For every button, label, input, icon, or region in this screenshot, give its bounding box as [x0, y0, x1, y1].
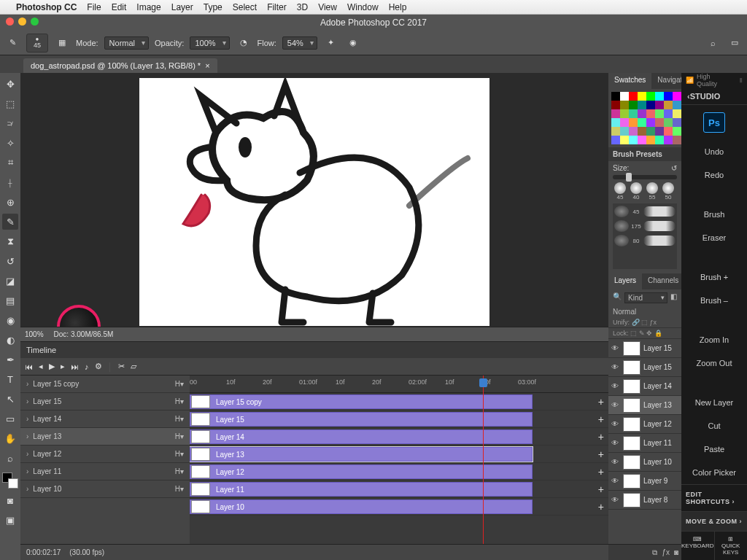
- workspace-icon[interactable]: ▭: [727, 35, 743, 51]
- swatch[interactable]: [655, 92, 664, 101]
- quickmask-icon[interactable]: ◙: [2, 492, 18, 508]
- timeline-track-header[interactable]: ›Layer 11H▾: [20, 463, 190, 481]
- swatch[interactable]: [646, 109, 655, 118]
- marquee-tool-icon[interactable]: ⬚: [2, 96, 18, 112]
- link-layers-icon[interactable]: ⧉: [652, 548, 657, 557]
- edit-shortcuts-button[interactable]: EDIT SHORTCUTS ›: [681, 484, 747, 511]
- astropad-brush-plus[interactable]: Brush +: [681, 265, 747, 289]
- timeline-track[interactable]: Layer 10+: [190, 498, 608, 516]
- keyboard-button[interactable]: ⌨KEYBOARD: [681, 532, 715, 560]
- brush-preset[interactable]: 55: [645, 182, 659, 201]
- swatch[interactable]: [611, 109, 620, 118]
- swatch[interactable]: [620, 109, 629, 118]
- visibility-icon[interactable]: 👁: [611, 477, 620, 485]
- swatch[interactable]: [611, 118, 620, 127]
- swatch[interactable]: [673, 118, 681, 127]
- screenmode-icon[interactable]: ▣: [2, 512, 18, 528]
- split-icon[interactable]: ✂: [118, 362, 125, 371]
- swatch[interactable]: [673, 136, 681, 144]
- swatch[interactable]: [611, 127, 620, 136]
- settings-icon[interactable]: ⚙: [95, 362, 102, 371]
- timeline-clip[interactable]: Layer 14: [190, 429, 533, 444]
- canvas[interactable]: [139, 78, 489, 326]
- tab-channels[interactable]: Channels: [642, 273, 681, 289]
- layer-row[interactable]: 👁Layer 10: [608, 453, 681, 472]
- timeline-ruler[interactable]: 0010f20f01:00f10f20f02:00f10f20f03:00f: [190, 376, 608, 393]
- timeline-track-header[interactable]: ›Layer 14H▾: [20, 411, 190, 428]
- swatch[interactable]: [620, 136, 629, 144]
- timeline-track-header[interactable]: ›Layer 10H▾: [20, 481, 190, 498]
- eraser-tool-icon[interactable]: ◪: [2, 273, 18, 289]
- layer-row[interactable]: 👁Layer 15: [608, 339, 681, 358]
- swatch[interactable]: [646, 92, 655, 101]
- playhead[interactable]: [483, 376, 484, 544]
- studio-back-button[interactable]: ‹ STUDIO: [681, 88, 747, 105]
- add-keyframe-icon[interactable]: +: [598, 396, 604, 408]
- menu-3d[interactable]: 3D: [297, 2, 308, 12]
- layer-thumbnail[interactable]: [623, 360, 640, 375]
- layer-row[interactable]: 👁Layer 14: [608, 377, 681, 396]
- brush-preset[interactable]: 50: [661, 182, 676, 201]
- menu-layer[interactable]: Layer: [171, 2, 193, 12]
- pressure-size-icon[interactable]: ◉: [345, 35, 361, 51]
- shape-tool-icon[interactable]: ▭: [2, 411, 18, 427]
- astropad-brush[interactable]: Brush: [681, 203, 747, 226]
- menu-type[interactable]: Type: [204, 2, 222, 12]
- path-tool-icon[interactable]: ↖: [2, 391, 18, 407]
- menu-help[interactable]: Help: [389, 2, 407, 12]
- menu-filter[interactable]: Filter: [267, 2, 287, 12]
- background-color[interactable]: [8, 478, 18, 489]
- stamp-tool-icon[interactable]: ⧗: [2, 233, 18, 249]
- timeline-clip[interactable]: Layer 12: [190, 464, 533, 479]
- timeline-clip[interactable]: Layer 15 copy: [190, 394, 533, 409]
- brush-stroke-preset[interactable]: 45: [614, 205, 676, 218]
- astropad-zoom-out[interactable]: Zoom Out: [681, 351, 747, 375]
- visibility-icon[interactable]: 👁: [611, 401, 620, 409]
- history-brush-tool-icon[interactable]: ↺: [2, 253, 18, 269]
- dodge-tool-icon[interactable]: ◐: [2, 332, 18, 348]
- visibility-icon[interactable]: 👁: [611, 420, 620, 428]
- swatch[interactable]: [629, 109, 638, 118]
- layer-thumbnail[interactable]: [623, 417, 640, 432]
- visibility-icon[interactable]: 👁: [611, 496, 620, 504]
- lasso-tool-icon[interactable]: ⟉: [2, 115, 18, 131]
- document-tab[interactable]: dog_astropad.psd @ 100% (Layer 13, RGB/8…: [23, 58, 217, 73]
- search-icon[interactable]: ⌕: [705, 35, 721, 51]
- add-keyframe-icon[interactable]: +: [598, 448, 604, 460]
- flow-select[interactable]: 54%: [282, 36, 317, 50]
- pen-tool-icon[interactable]: ✒: [2, 351, 18, 368]
- menu-icon[interactable]: ⦀: [740, 77, 743, 85]
- layer-thumbnail[interactable]: [623, 436, 640, 451]
- pressure-opacity-icon[interactable]: ◔: [236, 35, 252, 51]
- swatch[interactable]: [664, 92, 673, 101]
- menu-select[interactable]: Select: [233, 2, 257, 12]
- visibility-icon[interactable]: 👁: [611, 363, 620, 371]
- timeline-track[interactable]: Layer 12+: [190, 463, 608, 481]
- menu-edit[interactable]: Edit: [112, 2, 127, 12]
- first-frame-button[interactable]: ⏮: [25, 362, 33, 371]
- swatch[interactable]: [655, 109, 664, 118]
- layer-thumbnail[interactable]: [623, 493, 640, 508]
- swatch[interactable]: [611, 136, 620, 144]
- brush-preset-picker[interactable]: ● 45: [26, 34, 48, 52]
- swatch[interactable]: [673, 101, 681, 109]
- astropad-cut[interactable]: Cut: [681, 414, 747, 438]
- add-keyframe-icon[interactable]: +: [598, 483, 604, 495]
- add-keyframe-icon[interactable]: +: [598, 466, 604, 478]
- visibility-icon[interactable]: 👁: [611, 344, 620, 352]
- swatch[interactable]: [638, 109, 646, 118]
- layer-filter-select[interactable]: Kind: [624, 292, 667, 303]
- size-slider[interactable]: [613, 175, 677, 179]
- menu-window[interactable]: Window: [347, 2, 379, 12]
- maximize-icon[interactable]: [31, 18, 39, 26]
- brush-preset[interactable]: 40: [629, 182, 643, 201]
- close-icon[interactable]: [6, 18, 14, 26]
- swatch[interactable]: [611, 92, 620, 101]
- swatch[interactable]: [664, 118, 673, 127]
- brush-stroke-preset[interactable]: 175: [614, 219, 676, 233]
- menu-file[interactable]: File: [87, 2, 101, 12]
- swatch[interactable]: [629, 127, 638, 136]
- eyedropper-tool-icon[interactable]: ⟊: [2, 174, 18, 190]
- visibility-icon[interactable]: 👁: [611, 382, 620, 390]
- airbrush-icon[interactable]: ✦: [323, 35, 339, 51]
